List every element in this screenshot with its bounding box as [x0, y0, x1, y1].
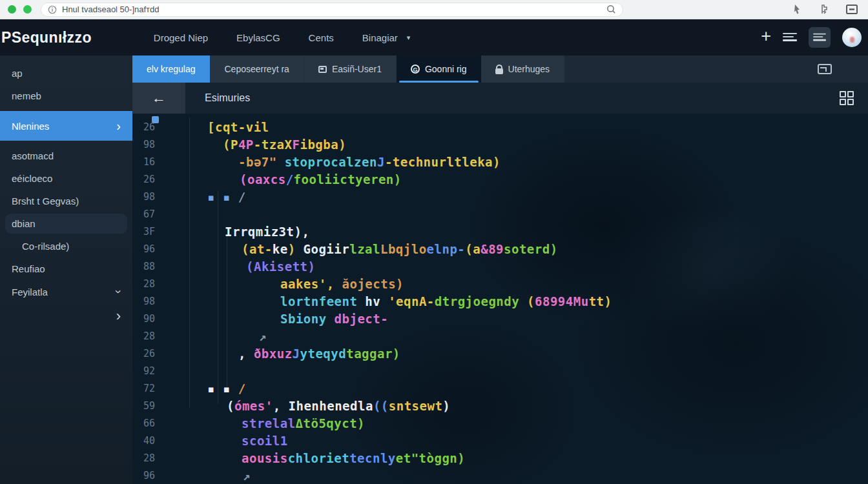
line-number: 98	[132, 191, 166, 203]
align-lines-button[interactable]	[809, 27, 831, 48]
chevron-right-icon: ›	[116, 119, 121, 132]
tab-elv-kregulag[interactable]: elv kregulag	[132, 55, 211, 83]
window-dot-icon[interactable]	[23, 5, 32, 14]
line-number: 96	[132, 470, 166, 481]
code-text: , ðbxuzJyteqydtaggar)	[207, 347, 400, 361]
grid-icon[interactable]	[840, 91, 854, 105]
code-text: scoil1	[207, 434, 288, 448]
tab-label: Uterhuges	[508, 64, 550, 74]
code-line: 88(Akisett)	[132, 257, 868, 275]
line-number: 90	[132, 313, 166, 325]
url-text[interactable]: Hnul tvadseaol 50-]nafтdd	[62, 5, 606, 14]
code-line: 66strelalΔtö5qyct)	[132, 414, 868, 432]
tab-easi-user1[interactable]: Easiñ-User1	[304, 55, 397, 83]
sidebar-item-dbian[interactable]: dbian	[5, 214, 127, 234]
nav-item[interactable]: Binagiar	[362, 32, 398, 43]
pointer-icon[interactable]	[792, 4, 802, 15]
back-button[interactable]: ←	[132, 83, 185, 114]
code-text: aakes', ăojects)	[207, 277, 404, 291]
code-text: Sbiony dbject-	[207, 312, 388, 326]
pip-window-icon[interactable]	[818, 64, 832, 74]
line-number: 66	[132, 418, 166, 429]
align-lines-icon	[813, 33, 826, 42]
sidebar-item-label: Nlenines	[12, 121, 116, 132]
line-number: 40	[132, 435, 166, 447]
sidebar-item-nemeb[interactable]: nemeb	[0, 85, 132, 107]
tab-label: Easiñ-User1	[332, 64, 382, 74]
sidebar-item-feyilatla[interactable]: Feyilatla›	[0, 280, 132, 303]
code-line: 67	[132, 205, 868, 223]
sidebar-item-ap[interactable]: ap	[0, 62, 132, 85]
code-line: 96(at-ke) GogiirlzalLbqjloelnp-(a&89sote…	[132, 240, 868, 257]
page-title: Esimuries	[205, 92, 250, 104]
code-line: 26[cqt-vil	[132, 118, 868, 136]
tab-label: elv kregulag	[147, 64, 196, 74]
code-text: (Akisett)	[207, 259, 315, 274]
tab-uterhuges[interactable]: Uterhuges	[481, 55, 565, 83]
code-text: (oaxcs/fooliictyeren)	[207, 172, 402, 187]
app-window: Hnul tvadseaol 50-]nafтdd PSequnıłzzo Dr…	[0, 0, 868, 484]
line-number: 3F	[132, 226, 166, 237]
sidebar-item-label: dbian	[12, 218, 121, 229]
nav-item[interactable]: Droged Niep	[154, 32, 208, 43]
breadcrumb-bar: ← Esimuries	[132, 83, 868, 114]
line-number: 59	[132, 400, 166, 412]
sidebar-item-label: asotmacd	[12, 150, 121, 161]
sidebar-item-label: Co-rilsade)	[22, 241, 121, 252]
code-text: ↗	[207, 469, 251, 483]
line-number: 98	[132, 296, 166, 307]
line-number: 96	[132, 243, 166, 255]
line-number: 98	[132, 139, 166, 150]
chevron-down-icon: ›	[113, 290, 125, 294]
line-number: 28	[132, 330, 166, 342]
code-line: 40scoil1	[132, 432, 868, 449]
nav-item[interactable]: Cents	[309, 32, 334, 43]
line-number: 92	[132, 365, 166, 377]
code-line: 28↗	[132, 327, 868, 345]
sidebar-item-label: Reufiao	[12, 263, 121, 274]
sidebar-item-reufiao[interactable]: Reufiao	[0, 257, 132, 280]
tab-goonni-rig[interactable]: GGoonni rig	[397, 55, 481, 83]
extension-icon[interactable]	[819, 4, 829, 15]
window-dot-icon[interactable]	[8, 5, 16, 14]
sidebar-item-label: eéicloeco	[12, 173, 121, 184]
header-nav: Droged NiepEbylasCGCentsBinagiar	[154, 32, 398, 43]
tab-ceposeerreyt-ra[interactable]: Ceposeerreyt ra	[211, 55, 304, 83]
window-icon[interactable]	[846, 5, 858, 14]
sidebar-item-chevron[interactable]: ›	[0, 303, 132, 329]
sidebar-item-e-icloeco[interactable]: eéicloeco	[0, 167, 132, 190]
sidebar-item-label: ap	[12, 68, 121, 79]
sidebar-item-nlenines[interactable]: Nlenines›	[0, 111, 132, 141]
search-icon[interactable]	[606, 5, 616, 14]
app-header: PSequnıłzzo Droged NiepEbylasCGCentsBina…	[0, 19, 868, 55]
g-circle-icon: G	[411, 65, 420, 74]
line-number: 72	[132, 383, 166, 394]
code-text: (P4P-tzaXFibgba)	[207, 137, 346, 152]
address-bar[interactable]: Hnul tvadseaol 50-]nafтdd	[41, 3, 623, 17]
line-number: 28	[132, 452, 166, 464]
sidebar-item-brsht-t-gegvas-[interactable]: Brsht t Gegvas)	[0, 190, 132, 212]
sidebar-item-label: Brsht t Gegvas)	[12, 196, 121, 207]
code-line: 96↗	[132, 467, 868, 484]
avatar[interactable]	[842, 28, 862, 47]
line-number: 26	[132, 348, 166, 359]
nav-item[interactable]: EbylasCG	[236, 32, 280, 43]
app-logo: PSequnıłzzo	[0, 29, 92, 46]
code-line: 98lortnfeent hv 'eqnA-dtrgjoegndy (68994…	[132, 292, 868, 310]
code-line: 16-bə7" stoprocalzenJ-technurltleka)	[132, 153, 868, 170]
line-number: 88	[132, 261, 166, 272]
line-number: 16	[132, 156, 166, 168]
sidebar-item-label: nemeb	[12, 90, 121, 101]
line-number: 28	[132, 278, 166, 290]
code-text: ↗	[207, 329, 267, 343]
window-icon	[318, 66, 327, 73]
sidebar-item-co-rilsade-[interactable]: Co-rilsade)	[0, 235, 132, 257]
add-button[interactable]: +	[761, 28, 771, 45]
sidebar-item-asotmacd[interactable]: asotmacd	[0, 145, 132, 167]
align-lines-icon[interactable]	[783, 32, 797, 43]
browser-chrome: Hnul tvadseaol 50-]nafтdd	[0, 0, 868, 19]
tab-label: Goonni rig	[425, 64, 467, 74]
code-editor[interactable]: 26[cqt-vil98(P4P-tzaXFibgba)16-bə7" stop…	[132, 114, 868, 484]
chevron-down-icon[interactable]: ▾	[407, 34, 411, 42]
code-line: 90Sbiony dbject-	[132, 310, 868, 327]
